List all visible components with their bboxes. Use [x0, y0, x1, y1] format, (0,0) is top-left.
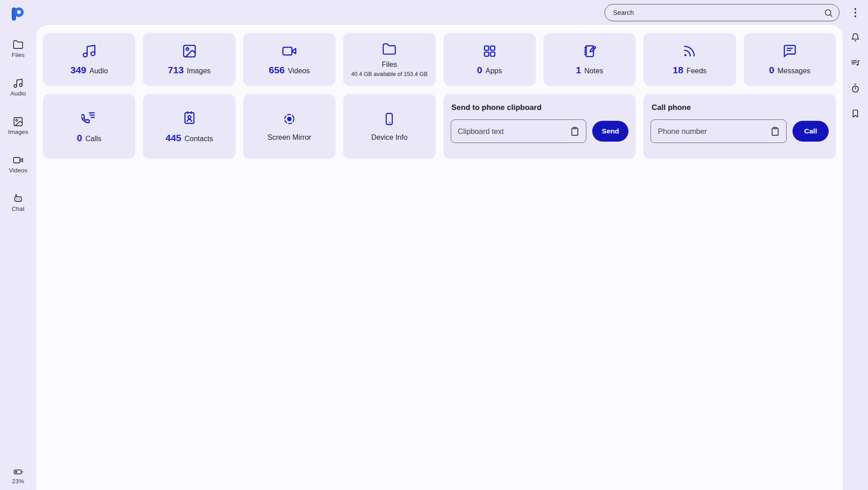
- clipboard-paste-icon[interactable]: [570, 126, 580, 137]
- folder-icon: [13, 39, 24, 50]
- tile-count: 713: [168, 65, 184, 76]
- sidebar-nav: Files Audio Images Videos Chat: [0, 39, 36, 212]
- tile-label: Feeds: [686, 67, 706, 75]
- tile-count: 0: [77, 133, 82, 143]
- contact-badge-icon: [182, 110, 197, 125]
- sidebar-item-images[interactable]: Images: [8, 116, 28, 135]
- screen-mirror-icon: [282, 112, 297, 126]
- tile-videos[interactable]: 656 Videos: [243, 33, 335, 86]
- tile-label: Videos: [288, 67, 310, 75]
- send-to-clipboard-panel: Send to phone clipboard Send: [443, 94, 636, 159]
- sidebar-item-videos[interactable]: Videos: [9, 155, 27, 174]
- sidebar-item-label: Images: [8, 128, 28, 135]
- battery-icon: [12, 467, 24, 477]
- tile-label: Apps: [486, 67, 502, 75]
- tile-label: Screen Mirror: [267, 133, 311, 142]
- media-queue-icon[interactable]: [850, 58, 860, 68]
- apps-grid-icon: [482, 43, 497, 59]
- tile-label: Calls: [85, 135, 102, 143]
- tile-apps[interactable]: 0 Apps: [443, 33, 536, 86]
- video-camera-icon: [282, 43, 297, 59]
- tile-count: 445: [165, 133, 181, 143]
- search-icon[interactable]: [824, 8, 833, 18]
- storage-summary: 40.4 GB available of 153.4 GB: [351, 71, 428, 77]
- search-input[interactable]: [613, 9, 824, 16]
- send-button[interactable]: Send: [592, 121, 628, 142]
- sidebar-item-files[interactable]: Files: [12, 39, 25, 58]
- phone-number-input[interactable]: [658, 127, 770, 136]
- tile-feeds[interactable]: 18 Feeds: [643, 33, 736, 86]
- tile-label: Messages: [778, 67, 811, 75]
- tile-label: Images: [187, 67, 210, 75]
- tile-calls[interactable]: 0 Calls: [43, 94, 135, 159]
- tile-images[interactable]: 713 Images: [143, 33, 235, 86]
- music-note-icon: [13, 78, 24, 89]
- sidebar-item-label: Videos: [9, 167, 27, 174]
- image-icon: [13, 116, 24, 127]
- tile-notes[interactable]: 1 Notes: [543, 33, 636, 86]
- left-sidebar: Files Audio Images Videos Chat 23%: [0, 0, 36, 490]
- sidebar-item-label: Audio: [10, 90, 26, 97]
- music-note-icon: [81, 43, 97, 59]
- tile-audio[interactable]: 349 Audio: [43, 33, 135, 86]
- call-phone-panel: Call phone Call: [643, 94, 836, 159]
- tile-label: Contacts: [184, 135, 213, 143]
- clipboard-text-input[interactable]: [458, 127, 570, 136]
- notifications-bell-icon[interactable]: [850, 33, 860, 43]
- tile-screen-mirror[interactable]: Screen Mirror: [243, 94, 335, 159]
- tile-device-info[interactable]: Device Info: [343, 94, 435, 159]
- app-logo-icon: [10, 6, 26, 22]
- clipboard-paste-icon[interactable]: [770, 126, 780, 137]
- phone-call-log-icon: [81, 110, 97, 125]
- panel-title: Send to phone clipboard: [452, 103, 629, 112]
- call-button[interactable]: Call: [793, 121, 829, 142]
- tile-count: 0: [769, 65, 774, 76]
- tile-label: Notes: [585, 67, 604, 75]
- tile-label: Audio: [90, 67, 108, 75]
- right-icon-rail: [843, 0, 868, 490]
- tile-count: 349: [71, 65, 86, 76]
- battery-status: 23%: [0, 467, 36, 485]
- smartphone-icon: [382, 112, 396, 126]
- robot-chat-icon: [13, 193, 24, 204]
- tile-contacts[interactable]: 445 Contacts: [143, 94, 235, 159]
- search-bar[interactable]: [604, 4, 840, 21]
- rss-feed-icon: [682, 43, 697, 59]
- phone-number-field[interactable]: [651, 119, 787, 143]
- tile-count: 656: [269, 65, 285, 76]
- sidebar-item-label: Files: [12, 52, 25, 58]
- notebook-pencil-icon: [582, 43, 597, 59]
- sidebar-item-label: Chat: [12, 205, 25, 212]
- message-bubble-icon: [782, 43, 797, 59]
- main-content: 349 Audio 713 Images 656 Videos Files 40…: [36, 25, 843, 490]
- tile-count: 0: [477, 65, 482, 76]
- tile-count: 18: [673, 65, 683, 76]
- tile-count: 1: [576, 65, 581, 76]
- timer-icon[interactable]: [850, 83, 860, 93]
- tile-label: Device Info: [371, 133, 407, 142]
- tile-messages[interactable]: 0 Messages: [744, 33, 836, 86]
- sidebar-item-audio[interactable]: Audio: [10, 78, 26, 97]
- image-icon: [182, 43, 197, 59]
- folder-icon: [382, 42, 396, 57]
- panel-title: Call phone: [651, 103, 829, 112]
- bookmark-icon[interactable]: [850, 109, 860, 119]
- tile-label: Files: [382, 61, 397, 69]
- battery-percent: 23%: [12, 478, 24, 485]
- clipboard-text-field[interactable]: [451, 119, 587, 143]
- sidebar-item-chat[interactable]: Chat: [12, 193, 25, 212]
- tile-files[interactable]: Files 40.4 GB available of 153.4 GB: [343, 33, 435, 86]
- tiles-grid: 349 Audio 713 Images 656 Videos Files 40…: [43, 33, 836, 159]
- video-camera-icon: [13, 155, 24, 166]
